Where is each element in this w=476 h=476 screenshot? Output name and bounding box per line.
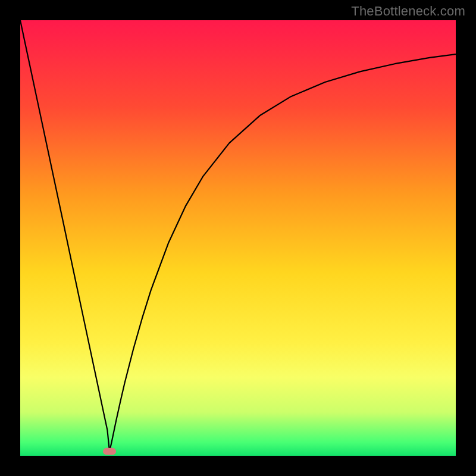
plot-background bbox=[20, 20, 456, 456]
minimum-marker bbox=[103, 448, 116, 455]
attribution-label: TheBottleneck.com bbox=[351, 4, 465, 19]
chart-frame: TheBottleneck.com bbox=[0, 0, 476, 476]
bottleneck-chart bbox=[0, 0, 476, 476]
